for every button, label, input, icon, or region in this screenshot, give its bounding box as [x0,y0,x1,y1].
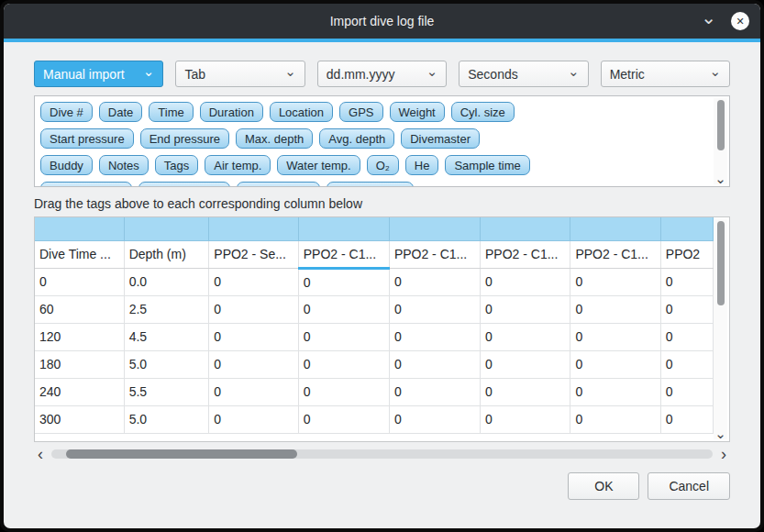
table-cell: 0 [389,378,480,405]
column-drop-target[interactable] [298,217,389,240]
tag-he[interactable]: He [405,155,439,175]
tag-tags[interactable]: Tags [155,155,198,175]
table-cell: 0 [570,350,660,378]
import-mode-dropdown[interactable]: Manual import ⌄ [34,61,163,87]
table-cell: 0 [660,268,713,295]
tag-date[interactable]: Date [99,102,142,122]
tag-o[interactable]: O₂ [367,155,399,175]
table-cell: 0 [298,268,389,295]
column-header[interactable]: Depth (m) [124,240,209,268]
tag-water-temp[interactable]: Water temp. [277,155,360,175]
window-frame: Import dive log file ⌄ ✕ Manual import ⌄… [0,0,764,532]
tag-cyl-size[interactable]: Cyl. size [451,102,515,122]
table-row: 2405.5000000 [35,378,714,405]
scroll-left-icon[interactable]: ‹ [34,448,47,460]
table-cell: 0 [481,268,570,295]
table-cell: 0 [389,323,480,350]
column-header[interactable]: PPO2 [660,240,713,268]
table-row: 00.0000000 [35,268,714,295]
tag-end-pressure[interactable]: End pressure [140,128,229,149]
scrollbar-handle[interactable] [717,100,725,150]
tag-area-scrollbar[interactable]: ⌄ [714,98,727,184]
tag-row: Sample depthSample temp.Sample pO₂Sample… [40,182,707,187]
scroll-down-icon[interactable]: ⌄ [714,173,726,184]
units-dropdown[interactable]: Metric ⌄ [601,61,730,87]
import-mode-value: Manual import [43,67,125,82]
column-drop-target[interactable] [35,217,124,240]
column-header[interactable]: PPO2 - C1... [389,240,480,268]
table-cell: 0 [209,378,298,405]
column-header[interactable]: PPO2 - C1... [570,240,660,268]
column-drop-target[interactable] [481,217,570,240]
tag-sample-time[interactable]: Sample time [445,155,529,175]
column-drop-target[interactable] [124,217,209,240]
chevron-down-icon: ⌄ [568,69,580,74]
table-row: 1204.5000000 [35,323,714,350]
table-cell: 0 [570,405,660,433]
preview-table-container: Dive Time ...Depth (m)PPO2 - Se...PPO2 -… [34,216,730,442]
column-drop-target[interactable] [660,217,713,240]
tag-air-temp[interactable]: Air temp. [205,155,271,175]
scroll-right-icon[interactable]: › [717,448,730,460]
scrollbar-handle[interactable] [66,449,297,459]
table-cell: 0 [481,295,570,323]
table-cell: 0 [660,378,713,405]
table-row: 3005.0000000 [35,405,714,433]
column-drop-target[interactable] [389,217,480,240]
scroll-down-icon[interactable]: ⌄ [714,428,726,439]
close-icon[interactable]: ✕ [731,12,749,30]
duration-format-dropdown[interactable]: Seconds ⌄ [459,61,588,87]
table-cell: 0 [481,350,570,378]
table-cell: 0.0 [124,268,209,295]
table-cell: 0 [660,295,713,323]
tag-gps[interactable]: GPS [339,102,382,122]
table-cell: 300 [35,405,124,433]
tag-start-pressure[interactable]: Start pressure [40,128,134,149]
tag-duration[interactable]: Duration [200,102,263,122]
table-cell: 0 [298,405,389,433]
column-drop-target[interactable] [570,217,660,240]
tag-sample-po[interactable]: Sample pO₂ [237,182,319,187]
tag-dive[interactable]: Dive # [40,102,93,122]
column-drop-target[interactable] [209,217,298,240]
table-vertical-scrollbar[interactable]: ⌄ [714,219,727,439]
titlebar[interactable]: Import dive log file ⌄ ✕ [4,4,760,39]
table-horizontal-scrollbar[interactable]: ‹ › [34,447,730,461]
column-header[interactable]: PPO2 - C1... [481,240,570,268]
table-cell: 0 [570,268,660,295]
table-cell: 0 [389,295,480,323]
tag-buddy[interactable]: Buddy [40,155,93,175]
tag-notes[interactable]: Notes [99,155,149,175]
cancel-button[interactable]: Cancel [648,472,730,500]
tag-sample-temp[interactable]: Sample temp. [138,182,230,187]
tag-max-depth[interactable]: Max. depth [236,128,313,149]
tag-divemaster[interactable]: Divemaster [401,128,480,149]
column-header[interactable]: Dive Time ... [35,240,124,268]
column-header[interactable]: PPO2 - Se... [209,240,298,268]
table-cell: 0 [481,378,570,405]
drag-instruction-label: Drag the tags above to each correspondin… [34,196,730,211]
tag-sample-depth[interactable]: Sample depth [40,182,132,187]
ok-button[interactable]: OK [568,472,639,500]
scrollbar-track[interactable] [51,449,713,459]
tag-location[interactable]: Location [270,102,333,122]
tag-row: Dive #DateTimeDurationLocationGPSWeightC… [40,102,707,122]
tag-avg-depth[interactable]: Avg. depth [319,128,394,149]
date-format-value: dd.mm.yyyy [327,67,395,82]
duration-format-value: Seconds [468,67,517,82]
table-cell: 0 [481,323,570,350]
column-header[interactable]: PPO2 - C1... [298,240,389,268]
scrollbar-handle[interactable] [717,221,725,305]
tag-weight[interactable]: Weight [390,102,445,122]
tag-sample-cns[interactable]: Sample CNS [327,182,414,187]
table-cell: 0 [298,378,389,405]
tag-time[interactable]: Time [149,102,193,122]
table-cell: 2.5 [124,295,209,323]
window-title: Import dive log file [330,14,435,28]
table-viewport: Dive Time ...Depth (m)PPO2 - Se...PPO2 -… [35,217,714,441]
tag-row: BuddyNotesTagsAir temp.Water temp.O₂HeSa… [40,155,707,175]
chevron-down-icon: ⌄ [284,69,296,74]
date-format-dropdown[interactable]: dd.mm.yyyy ⌄ [317,61,447,87]
separator-dropdown[interactable]: Tab ⌄ [175,61,304,87]
chevron-down-icon[interactable]: ⌄ [701,14,716,21]
